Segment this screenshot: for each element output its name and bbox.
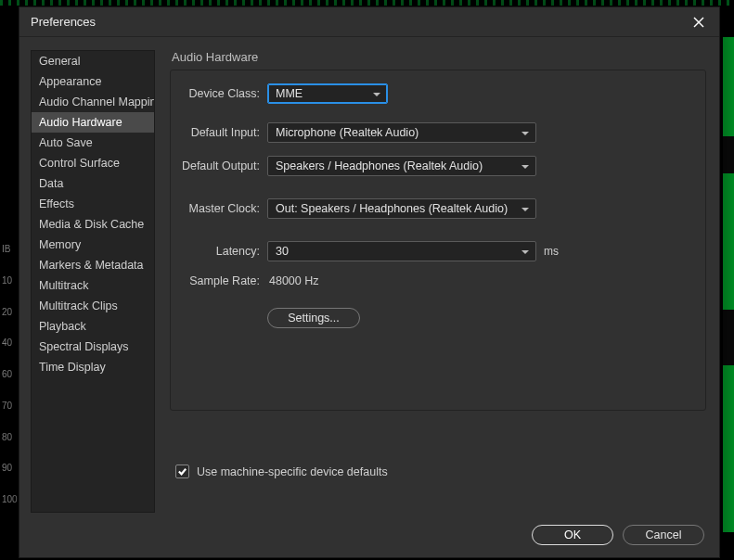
sample-rate-label: Sample Rate: xyxy=(180,274,267,287)
sidebar-item-audio-channel-mapping[interactable]: Audio Channel Mapping xyxy=(32,92,154,112)
default-output-dropdown[interactable]: Speakers / Headphones (Realtek Audio) xyxy=(267,156,536,176)
machine-defaults-label: Use machine-specific device defaults xyxy=(197,465,388,478)
latency-dropdown[interactable]: 30 xyxy=(267,241,536,261)
audio-hardware-fieldset: Device Class: MME Default Input: Microph… xyxy=(170,70,706,411)
sidebar-item-spectral-displays[interactable]: Spectral Displays xyxy=(32,337,154,357)
device-class-value: MME xyxy=(276,87,303,100)
default-input-label: Default Input: xyxy=(180,126,267,139)
background-waveform-top xyxy=(0,0,734,6)
sidebar-item-effects[interactable]: Effects xyxy=(32,194,154,214)
dialog-title: Preferences xyxy=(31,15,96,29)
master-clock-value: Out: Speakers / Headphones (Realtek Audi… xyxy=(276,202,508,215)
chevron-down-icon xyxy=(521,204,530,213)
default-output-label: Default Output: xyxy=(180,159,267,172)
sidebar-item-multitrack[interactable]: Multitrack xyxy=(32,275,154,296)
chevron-down-icon xyxy=(521,247,530,256)
cancel-button[interactable]: Cancel xyxy=(623,525,704,545)
machine-defaults-row: Use machine-specific device defaults xyxy=(175,465,706,478)
device-class-label: Device Class: xyxy=(180,87,267,100)
sidebar-item-auto-save[interactable]: Auto Save xyxy=(32,133,154,153)
device-class-dropdown[interactable]: MME xyxy=(267,83,388,104)
sample-rate-value: 48000 Hz xyxy=(267,274,319,287)
machine-defaults-checkbox[interactable] xyxy=(175,465,189,478)
sidebar-item-time-display[interactable]: Time Display xyxy=(32,357,154,377)
close-icon xyxy=(693,17,704,28)
titlebar: Preferences xyxy=(19,7,719,37)
chevron-down-icon xyxy=(521,161,530,171)
sidebar-item-media-disk-cache[interactable]: Media & Disk Cache xyxy=(32,214,154,235)
sidebar-item-control-surface[interactable]: Control Surface xyxy=(32,153,154,173)
preferences-dialog: Preferences General Appearance Audio Cha… xyxy=(19,6,720,558)
sidebar-item-playback[interactable]: Playback xyxy=(32,316,154,337)
sidebar-item-memory[interactable]: Memory xyxy=(32,235,154,255)
background-waveform-right xyxy=(723,37,734,532)
sidebar-item-appearance[interactable]: Appearance xyxy=(32,71,154,92)
master-clock-dropdown[interactable]: Out: Speakers / Headphones (Realtek Audi… xyxy=(267,198,536,219)
close-button[interactable] xyxy=(688,11,710,33)
chevron-down-icon xyxy=(521,128,530,137)
background-db-ruler: IB 10 20 40 60 70 80 90 100 xyxy=(0,241,19,560)
settings-button[interactable]: Settings... xyxy=(267,308,360,328)
sidebar-item-multitrack-clips[interactable]: Multitrack Clips xyxy=(32,296,154,316)
category-sidebar: General Appearance Audio Channel Mapping… xyxy=(31,50,155,513)
sidebar-item-data[interactable]: Data xyxy=(32,173,154,194)
latency-value: 30 xyxy=(276,245,289,258)
chevron-down-icon xyxy=(372,89,381,98)
sidebar-item-audio-hardware[interactable]: Audio Hardware xyxy=(32,112,154,133)
sidebar-item-markers-metadata[interactable]: Markers & Metadata xyxy=(32,255,154,275)
default-input-value: Microphone (Realtek Audio) xyxy=(276,126,419,139)
dialog-footer: OK Cancel xyxy=(19,513,719,557)
latency-unit: ms xyxy=(536,245,559,258)
ok-button[interactable]: OK xyxy=(532,525,613,545)
master-clock-label: Master Clock: xyxy=(180,202,267,215)
main-panel: Audio Hardware Device Class: MME Default… xyxy=(170,50,706,513)
sidebar-item-general[interactable]: General xyxy=(32,51,154,71)
default-input-dropdown[interactable]: Microphone (Realtek Audio) xyxy=(267,122,536,143)
latency-label: Latency: xyxy=(180,245,267,258)
default-output-value: Speakers / Headphones (Realtek Audio) xyxy=(276,159,483,172)
check-icon xyxy=(177,466,187,477)
panel-title: Audio Hardware xyxy=(170,50,706,64)
